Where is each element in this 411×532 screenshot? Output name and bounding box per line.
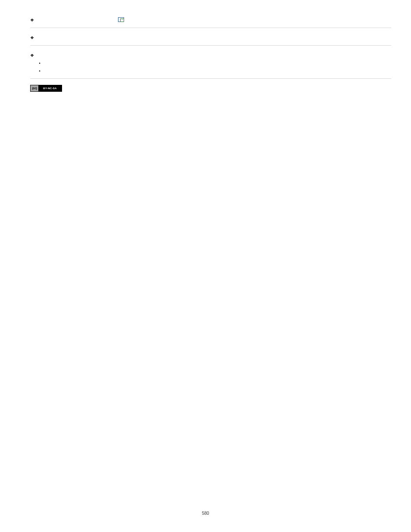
document-export-icon[interactable] (118, 17, 124, 22)
section-divider (30, 78, 391, 79)
cc-badge-right: BY-NC-SA (38, 85, 62, 91)
section-item-1: ❖ (30, 16, 391, 28)
section-item-3: ❖ • • (30, 52, 391, 79)
list-item: • (30, 59, 391, 67)
page-number: 580 (0, 511, 411, 516)
diamond-bullet-icon: ❖ (30, 53, 36, 59)
section-divider (30, 28, 391, 28)
cc-license-badge[interactable]: (cc) BY-NC-SA (30, 85, 391, 93)
small-bullet-icon: • (34, 68, 45, 74)
section-divider (30, 45, 391, 46)
list-item: • (30, 67, 391, 75)
cc-badge-left: (cc) (31, 85, 38, 91)
small-bullet-icon: • (34, 60, 45, 66)
diamond-bullet-icon: ❖ (30, 17, 36, 23)
section-item-2: ❖ (30, 34, 391, 46)
diamond-bullet-icon: ❖ (30, 35, 36, 41)
